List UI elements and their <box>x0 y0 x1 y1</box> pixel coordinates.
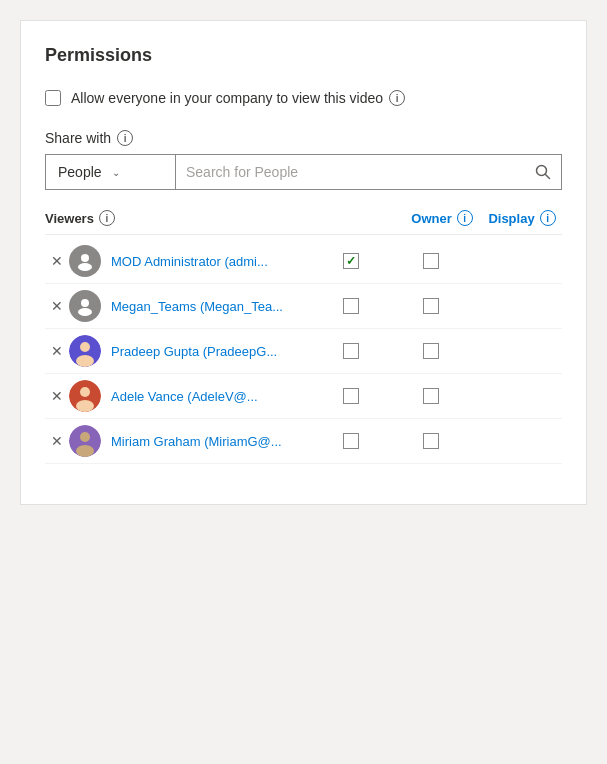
avatar <box>69 425 101 457</box>
owner-label: Owner <box>411 211 451 226</box>
svg-point-5 <box>78 308 92 316</box>
checkmark-icon: ✓ <box>346 254 356 268</box>
search-input[interactable] <box>186 164 527 180</box>
chevron-down-icon: ⌄ <box>112 167 120 178</box>
display-checkbox-cell <box>391 343 471 359</box>
avatar <box>69 245 101 277</box>
viewer-name[interactable]: Miriam Graham (MiriamG@... <box>111 434 311 449</box>
svg-point-7 <box>80 342 90 352</box>
display-checkbox[interactable] <box>423 343 439 359</box>
viewer-name[interactable]: Pradeep Gupta (PradeepG... <box>111 344 311 359</box>
share-controls: People ⌄ <box>45 154 562 190</box>
owner-checkbox-cell <box>311 388 391 404</box>
owner-column-header: Owner i <box>402 210 482 226</box>
table-row: ✕MOD Administrator (admi...✓ <box>45 239 562 284</box>
avatar <box>69 335 101 367</box>
svg-point-4 <box>81 299 89 307</box>
owner-checkbox-cell <box>311 433 391 449</box>
display-checkbox[interactable] <box>423 433 439 449</box>
person-icon <box>75 296 95 316</box>
remove-viewer-button[interactable]: ✕ <box>45 253 69 269</box>
svg-point-11 <box>76 400 94 412</box>
svg-point-14 <box>76 445 94 457</box>
owner-checkbox-cell <box>311 343 391 359</box>
svg-line-1 <box>546 175 550 179</box>
share-with-label: Share with i <box>45 130 562 146</box>
person-icon <box>75 251 95 271</box>
table-row: ✕Megan_Teams (Megan_Tea... <box>45 284 562 329</box>
remove-viewer-button[interactable]: ✕ <box>45 343 69 359</box>
display-checkbox-cell <box>391 388 471 404</box>
viewer-name[interactable]: Megan_Teams (Megan_Tea... <box>111 299 311 314</box>
owner-info-icon[interactable]: i <box>457 210 473 226</box>
panel-title: Permissions <box>45 45 562 66</box>
viewers-label: Viewers <box>45 211 94 226</box>
search-container <box>176 155 561 189</box>
remove-viewer-button[interactable]: ✕ <box>45 388 69 404</box>
allow-everyone-checkbox[interactable] <box>45 90 61 106</box>
people-dropdown[interactable]: People ⌄ <box>46 155 176 189</box>
avatar <box>69 380 101 412</box>
viewers-column-header: Viewers i <box>45 210 402 226</box>
display-column-header: Display i <box>482 210 562 226</box>
allow-everyone-text: Allow everyone in your company to view t… <box>71 90 383 106</box>
viewers-section: Viewers i Owner i Display i ✕MOD Adminis… <box>45 210 562 464</box>
viewers-info-icon[interactable]: i <box>99 210 115 226</box>
display-checkbox-cell <box>391 253 471 269</box>
owner-checkbox[interactable] <box>343 298 359 314</box>
display-checkbox[interactable] <box>423 388 439 404</box>
table-row: ✕Pradeep Gupta (PradeepG... <box>45 329 562 374</box>
remove-viewer-button[interactable]: ✕ <box>45 433 69 449</box>
owner-checkbox[interactable] <box>343 433 359 449</box>
permissions-panel: Permissions Allow everyone in your compa… <box>20 20 587 505</box>
owner-checkbox[interactable] <box>343 343 359 359</box>
search-button[interactable] <box>535 164 551 180</box>
owner-checkbox-cell: ✓ <box>311 253 391 269</box>
avatar <box>69 290 101 322</box>
allow-everyone-row: Allow everyone in your company to view t… <box>45 90 562 106</box>
remove-viewer-button[interactable]: ✕ <box>45 298 69 314</box>
allow-everyone-info-icon[interactable]: i <box>389 90 405 106</box>
display-checkbox-cell <box>391 433 471 449</box>
share-with-info-icon[interactable]: i <box>117 130 133 146</box>
display-checkbox[interactable] <box>423 253 439 269</box>
svg-point-2 <box>81 254 89 262</box>
share-with-section: Share with i People ⌄ <box>45 130 562 190</box>
owner-checkbox-cell <box>311 298 391 314</box>
dropdown-value: People <box>58 164 102 180</box>
table-row: ✕Miriam Graham (MiriamG@... <box>45 419 562 464</box>
svg-point-3 <box>78 263 92 271</box>
table-row: ✕Adele Vance (AdeleV@... <box>45 374 562 419</box>
viewer-name[interactable]: MOD Administrator (admi... <box>111 254 311 269</box>
display-label: Display <box>488 211 534 226</box>
owner-checkbox[interactable]: ✓ <box>343 253 359 269</box>
display-checkbox-cell <box>391 298 471 314</box>
allow-everyone-label[interactable]: Allow everyone in your company to view t… <box>71 90 405 106</box>
share-with-text: Share with <box>45 130 111 146</box>
viewer-name[interactable]: Adele Vance (AdeleV@... <box>111 389 311 404</box>
svg-point-13 <box>80 432 90 442</box>
viewers-header: Viewers i Owner i Display i <box>45 210 562 235</box>
svg-point-10 <box>80 387 90 397</box>
display-checkbox[interactable] <box>423 298 439 314</box>
svg-point-8 <box>76 355 94 367</box>
display-info-icon[interactable]: i <box>540 210 556 226</box>
owner-checkbox[interactable] <box>343 388 359 404</box>
search-icon <box>535 164 551 180</box>
viewers-list: ✕MOD Administrator (admi...✓✕Megan_Teams… <box>45 239 562 464</box>
